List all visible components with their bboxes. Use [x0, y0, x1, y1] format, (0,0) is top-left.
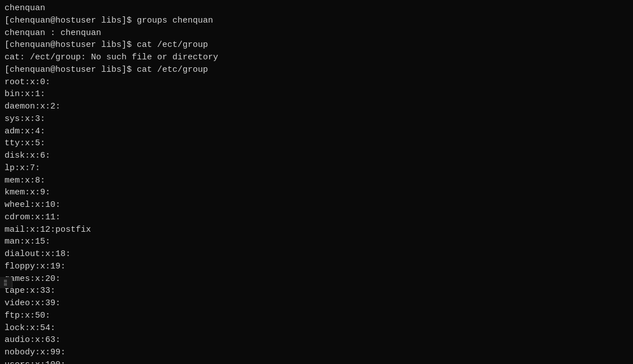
terminal-line: mem:x:8: [5, 175, 628, 187]
terminal-line: daemon:x:2: [5, 101, 628, 113]
side-text: ≡≡ [3, 279, 9, 286]
terminal-line: games:x:20: [5, 273, 628, 285]
terminal-line: ftp:x:50: [5, 310, 628, 322]
terminal-window[interactable]: chenquan[chenquan@hostuser libs]$ groups… [0, 0, 633, 364]
terminal-line: lock:x:54: [5, 322, 628, 335]
terminal-line: cdrom:x:11: [5, 211, 628, 224]
terminal-line: sys:x:3: [5, 113, 628, 125]
terminal-line: mail:x:12:postfix [5, 224, 628, 236]
terminal-line: [chenquan@hostuser libs]$ cat /ect/group [5, 39, 628, 51]
terminal-line: chenquan : chenquan [5, 27, 628, 40]
terminal-line: man:x:15: [5, 236, 628, 248]
terminal-line: root:x:0: [5, 76, 628, 89]
terminal-line: tty:x:5: [5, 137, 628, 150]
terminal-line: [chenquan@hostuser libs]$ cat /etc/group [5, 64, 628, 76]
terminal-line: users:x:100: [5, 359, 628, 364]
terminal-line: kmem:x:9: [5, 187, 628, 199]
terminal-line: adm:x:4: [5, 125, 628, 138]
terminal-line: tape:x:33: [5, 285, 628, 297]
terminal-line: bin:x:1: [5, 88, 628, 101]
terminal-line: disk:x:6: [5, 150, 628, 162]
terminal-line: chenquan [5, 2, 628, 15]
side-panel: ≡≡ [0, 277, 12, 288]
terminal-line: dialout:x:18: [5, 248, 628, 261]
terminal-line: cat: /ect/group: No such file or directo… [5, 51, 628, 64]
terminal-line: audio:x:63: [5, 334, 628, 346]
terminal-line: nobody:x:99: [5, 346, 628, 359]
terminal-line: floppy:x:19: [5, 261, 628, 273]
terminal-line: lp:x:7: [5, 162, 628, 175]
terminal-line: wheel:x:10: [5, 199, 628, 211]
terminal-line: [chenquan@hostuser libs]$ groups chenqua… [5, 15, 628, 27]
terminal-line: video:x:39: [5, 297, 628, 310]
